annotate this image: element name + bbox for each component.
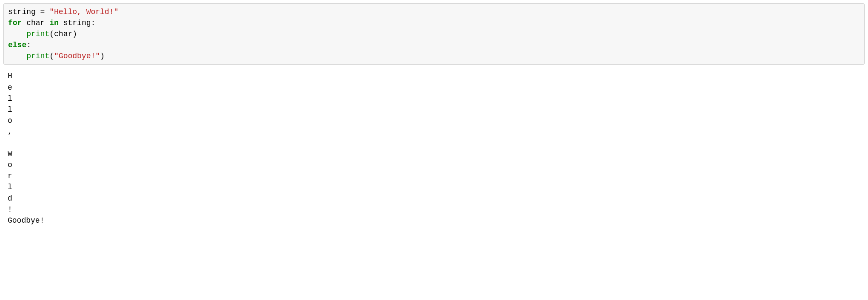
open-paren: ( bbox=[49, 52, 54, 60]
code-line-4: else: bbox=[8, 41, 31, 49]
colon: : bbox=[91, 19, 95, 27]
variable-name: string bbox=[8, 8, 36, 16]
code-line-2: for char in string: bbox=[8, 19, 95, 27]
assign-operator: = bbox=[36, 8, 49, 16]
else-keyword: else bbox=[8, 41, 26, 49]
loop-variable: char bbox=[26, 19, 45, 27]
code-line-5: print("Goodbye!") bbox=[8, 52, 105, 60]
for-keyword: for bbox=[8, 19, 22, 27]
colon: : bbox=[26, 41, 31, 49]
print-function: print bbox=[26, 52, 49, 60]
close-paren: ) bbox=[72, 30, 77, 38]
iterable-name: string bbox=[63, 19, 91, 27]
close-paren: ) bbox=[100, 52, 105, 60]
print-function: print bbox=[26, 30, 49, 38]
in-keyword: in bbox=[49, 19, 59, 27]
print-arg: char bbox=[54, 30, 72, 38]
open-paren: ( bbox=[49, 30, 54, 38]
output-cell: H e l l o , W o r l d ! Goodbye! bbox=[3, 69, 865, 227]
code-line-3: print(char) bbox=[8, 30, 77, 38]
string-literal: "Hello, World!" bbox=[49, 8, 118, 16]
string-literal: "Goodbye!" bbox=[54, 52, 100, 60]
code-cell: string = "Hello, World!" for char in str… bbox=[3, 3, 865, 65]
code-line-1: string = "Hello, World!" bbox=[8, 8, 118, 16]
